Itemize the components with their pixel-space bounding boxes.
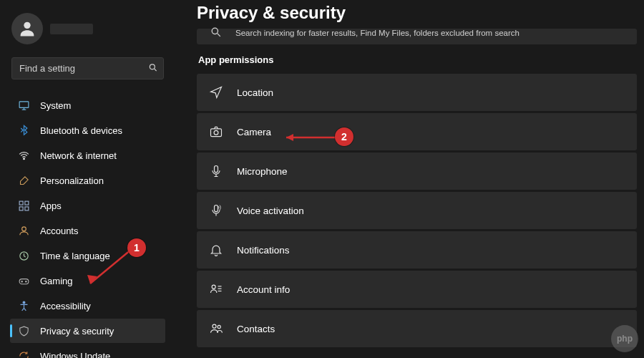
bell-icon bbox=[208, 242, 224, 258]
game-icon bbox=[17, 274, 30, 287]
row-label: Notifications bbox=[237, 245, 290, 256]
clock-icon bbox=[17, 249, 30, 262]
camera-icon bbox=[208, 124, 224, 140]
sidebar-item-label: Gaming bbox=[40, 276, 73, 286]
app-permissions-label: App permissions bbox=[198, 54, 637, 65]
setting-row-location[interactable]: Location bbox=[197, 74, 637, 111]
svg-line-2 bbox=[155, 69, 157, 71]
setting-row-voice-activation[interactable]: Voice activation bbox=[197, 192, 637, 229]
svg-line-29 bbox=[90, 249, 132, 284]
svg-point-23 bbox=[212, 285, 215, 289]
watermark-text: php bbox=[611, 325, 638, 352]
search-field-wrap bbox=[11, 57, 164, 79]
svg-point-20 bbox=[214, 130, 218, 135]
voice-icon bbox=[208, 203, 224, 218]
svg-rect-9 bbox=[19, 206, 23, 210]
svg-rect-19 bbox=[211, 129, 222, 137]
svg-point-28 bbox=[218, 325, 220, 328]
svg-line-18 bbox=[218, 34, 220, 37]
sidebar-item-label: Bluetooth & devices bbox=[40, 125, 122, 136]
svg-rect-21 bbox=[215, 166, 218, 173]
sidebar-item-label: Personalization bbox=[40, 175, 104, 186]
sidebar-item-accessibility[interactable]: Accessibility bbox=[10, 294, 165, 318]
svg-point-17 bbox=[212, 28, 218, 34]
row-label: Location bbox=[237, 87, 273, 98]
svg-rect-8 bbox=[24, 201, 28, 205]
svg-point-16 bbox=[23, 301, 25, 304]
sidebar-item-apps[interactable]: Apps bbox=[10, 193, 165, 218]
sidebar-item-windows-update[interactable]: Windows Update bbox=[10, 344, 165, 358]
update-icon bbox=[17, 349, 30, 358]
row-label: Account info bbox=[237, 284, 290, 295]
search-input[interactable] bbox=[11, 57, 164, 79]
location-icon bbox=[208, 84, 224, 100]
svg-point-27 bbox=[213, 324, 216, 328]
person-icon bbox=[17, 224, 30, 237]
annotation-callout-1: 1 bbox=[127, 238, 146, 257]
svg-rect-7 bbox=[19, 201, 23, 205]
sidebar-item-label: Accounts bbox=[40, 226, 78, 236]
search-icon bbox=[148, 62, 158, 74]
sidebar-item-label: System bbox=[40, 100, 71, 111]
main-panel: Privacy & security Search indexing for f… bbox=[175, 0, 644, 358]
row-label: Microphone bbox=[237, 166, 288, 177]
annotation-callout-2: 2 bbox=[335, 127, 353, 146]
sidebar-item-privacy-security[interactable]: Privacy & security bbox=[10, 319, 165, 343]
wifi-icon bbox=[17, 149, 30, 162]
accessibility-icon bbox=[17, 299, 30, 312]
settings-sidebar: System Bluetooth & devices Network & int… bbox=[0, 0, 175, 358]
svg-marker-32 bbox=[286, 134, 293, 141]
setting-row-contacts[interactable]: Contacts bbox=[197, 310, 637, 347]
svg-point-14 bbox=[21, 281, 21, 281]
sidebar-item-label: Apps bbox=[40, 200, 62, 211]
row-label: Voice activation bbox=[237, 205, 304, 216]
watermark: php bbox=[611, 325, 638, 352]
brush-icon bbox=[17, 174, 30, 187]
contacts-icon bbox=[208, 321, 224, 337]
user-account-header[interactable] bbox=[7, 7, 168, 54]
search-indexing-icon bbox=[208, 24, 224, 40]
user-name-redacted bbox=[50, 24, 93, 34]
sidebar-item-label: Network & internet bbox=[40, 150, 117, 161]
account-info-icon bbox=[208, 281, 224, 297]
mic-icon bbox=[208, 163, 224, 179]
nav-list: System Bluetooth & devices Network & int… bbox=[7, 92, 168, 358]
svg-rect-10 bbox=[24, 206, 28, 210]
searching-windows-subtitle: Search indexing for faster results, Find… bbox=[235, 29, 625, 37]
setting-row-account-info[interactable]: Account info bbox=[197, 271, 637, 308]
svg-point-11 bbox=[21, 226, 26, 231]
setting-row-microphone[interactable]: Microphone bbox=[197, 153, 637, 190]
row-label: Contacts bbox=[237, 324, 275, 334]
sidebar-item-label: Windows Update bbox=[40, 351, 110, 359]
svg-rect-22 bbox=[215, 205, 218, 212]
bluetooth-icon bbox=[17, 124, 30, 137]
sidebar-item-label: Accessibility bbox=[40, 301, 91, 311]
sidebar-item-network[interactable]: Network & internet bbox=[10, 143, 165, 168]
sidebar-item-bluetooth[interactable]: Bluetooth & devices bbox=[10, 118, 165, 142]
page-title: Privacy & security bbox=[197, 3, 637, 23]
setting-row-notifications[interactable]: Notifications bbox=[197, 231, 637, 268]
searching-windows-row-partial[interactable]: Search indexing for faster results, Find… bbox=[197, 29, 637, 44]
svg-point-15 bbox=[25, 281, 26, 281]
setting-row-camera[interactable]: Camera bbox=[197, 113, 637, 150]
sidebar-item-label: Privacy & security bbox=[40, 326, 114, 337]
svg-rect-3 bbox=[19, 101, 29, 107]
svg-rect-13 bbox=[19, 279, 29, 284]
sidebar-item-accounts[interactable]: Accounts bbox=[10, 218, 165, 243]
svg-point-1 bbox=[150, 64, 155, 69]
svg-point-6 bbox=[23, 158, 24, 159]
sidebar-item-personalization[interactable]: Personalization bbox=[10, 168, 165, 193]
row-label: Camera bbox=[237, 127, 271, 137]
system-icon bbox=[17, 99, 30, 112]
apps-icon bbox=[17, 199, 30, 212]
annotation-arrow-1 bbox=[77, 245, 135, 295]
annotation-arrow-2 bbox=[279, 132, 341, 143]
sidebar-item-system[interactable]: System bbox=[10, 93, 165, 117]
avatar bbox=[11, 13, 43, 44]
svg-point-0 bbox=[24, 22, 30, 29]
shield-icon bbox=[17, 324, 30, 337]
